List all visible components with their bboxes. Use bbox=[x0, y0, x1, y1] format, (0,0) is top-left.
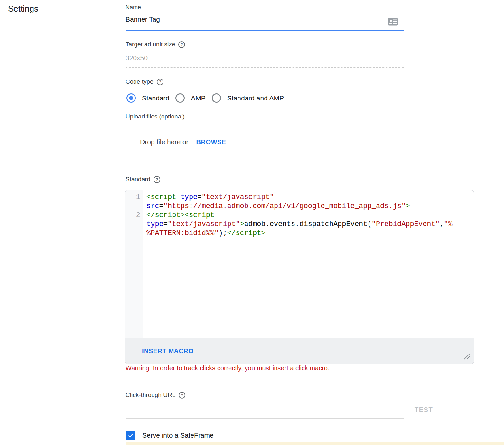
settings-page: Settings Name Target ad unit size ? 320x… bbox=[0, 0, 504, 445]
target-size-dashed-underline bbox=[126, 67, 404, 68]
help-icon[interactable]: ? bbox=[178, 41, 185, 48]
click-macro-warning: Warning: In order to track clicks correc… bbox=[126, 365, 330, 372]
help-icon[interactable]: ? bbox=[157, 79, 163, 85]
code-type-label: Code type bbox=[126, 78, 154, 85]
upload-files-label: Upload files (optional) bbox=[126, 113, 185, 120]
insert-macro-button[interactable]: INSERT MACRO bbox=[142, 347, 193, 355]
notice-bar bbox=[126, 442, 504, 445]
safeframe-row: Serve into a SafeFrame bbox=[126, 431, 214, 440]
target-ad-unit-size-row: Target ad unit size ? bbox=[126, 41, 185, 48]
help-icon[interactable]: ? bbox=[154, 176, 160, 183]
code-line-text: </script><script type="text/javascript">… bbox=[146, 211, 453, 238]
help-icon[interactable]: ? bbox=[179, 392, 185, 399]
code-line: 2 </script><script type="text/javascript… bbox=[125, 211, 474, 238]
standard-code-row: Standard ? bbox=[126, 176, 160, 183]
code-line-text: <script type="text/javascript" src="http… bbox=[146, 193, 453, 211]
radio-amp[interactable] bbox=[175, 93, 185, 103]
editor-toolbar: INSERT MACRO bbox=[125, 338, 474, 364]
resize-handle-icon[interactable] bbox=[463, 353, 470, 361]
code-line: 1 <script type="text/javascript" src="ht… bbox=[125, 193, 474, 211]
file-drop-zone[interactable]: Drop file here or BROWSE bbox=[140, 138, 226, 146]
code-editor: 1 <script type="text/javascript" src="ht… bbox=[125, 190, 474, 364]
safeframe-checkbox-label[interactable]: Serve into a SafeFrame bbox=[142, 431, 214, 439]
safeframe-checkbox[interactable] bbox=[126, 431, 135, 440]
page-title: Settings bbox=[8, 4, 38, 14]
target-ad-unit-size-label: Target ad unit size bbox=[126, 41, 175, 48]
radio-standard[interactable] bbox=[126, 93, 136, 103]
line-number: 1 bbox=[125, 193, 143, 202]
test-button[interactable]: TEST bbox=[415, 406, 433, 413]
name-field-label: Name bbox=[126, 4, 141, 11]
standard-code-label: Standard bbox=[126, 176, 150, 183]
line-number: 2 bbox=[125, 211, 143, 220]
browse-button[interactable]: BROWSE bbox=[196, 138, 226, 146]
target-ad-unit-size-value: 320x50 bbox=[126, 54, 148, 62]
click-through-url-row: Click-through URL ? bbox=[126, 392, 185, 399]
radio-amp-label[interactable]: AMP bbox=[191, 94, 206, 102]
radio-standard-and-amp-label[interactable]: Standard and AMP bbox=[227, 94, 284, 102]
code-type-row: Code type ? bbox=[126, 78, 163, 85]
radio-standard-and-amp[interactable] bbox=[212, 93, 221, 103]
contact-card-icon[interactable] bbox=[388, 18, 398, 27]
name-input[interactable] bbox=[126, 15, 383, 23]
drop-file-text: Drop file here or bbox=[140, 138, 189, 146]
click-through-url-input[interactable] bbox=[126, 406, 404, 419]
code-editor-textarea[interactable]: 1 <script type="text/javascript" src="ht… bbox=[125, 190, 474, 338]
name-input-underline bbox=[126, 30, 404, 31]
code-type-options: Standard AMP Standard and AMP bbox=[126, 93, 284, 103]
radio-standard-label[interactable]: Standard bbox=[142, 94, 169, 102]
click-through-url-label: Click-through URL bbox=[126, 392, 175, 399]
